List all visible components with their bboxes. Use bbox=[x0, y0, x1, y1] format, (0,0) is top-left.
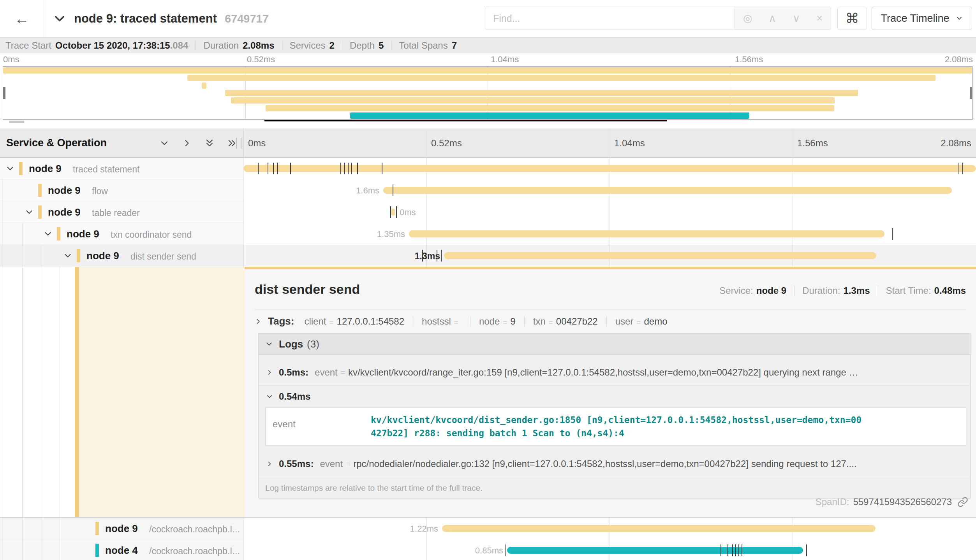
log-entry[interactable]: 0.55ms: event = rpc/nodedialer/nodediale… bbox=[259, 451, 970, 477]
span-duration-bar[interactable] bbox=[444, 252, 876, 259]
log-event-tick bbox=[277, 163, 278, 174]
minimap-canvas[interactable] bbox=[3, 66, 972, 120]
span-row-track[interactable] bbox=[243, 158, 976, 179]
back-button[interactable]: ← bbox=[0, 0, 44, 37]
span-detail-panel: dist sender send Service: node 9 Duratio… bbox=[245, 267, 976, 518]
detail-tree-guides bbox=[0, 267, 75, 518]
tag-key: hostssl bbox=[422, 316, 451, 327]
span-row--cockroach-roachpb-i-[interactable]: node 9/cockroach.roachpb.I...1.22ms bbox=[0, 518, 976, 539]
equals-sign: = bbox=[341, 368, 345, 377]
tag-key: client bbox=[304, 316, 326, 327]
log-event-tick bbox=[735, 544, 736, 556]
timeline-ruler-tick: 1.56ms bbox=[797, 138, 828, 149]
trace-summary-bar: Trace StartOctober 15 2020, 17:38:15.084… bbox=[0, 38, 976, 53]
next-match-icon[interactable]: ∨ bbox=[793, 12, 800, 25]
span-duration-bar[interactable] bbox=[442, 525, 876, 532]
span-row-label-cell[interactable]: node 9txn coordinator send bbox=[0, 223, 243, 245]
equals-sign: = bbox=[549, 318, 553, 327]
span-row-label-cell[interactable]: node 9dist sender send bbox=[0, 245, 243, 267]
log-event-tick bbox=[357, 163, 358, 174]
summary-divider bbox=[282, 41, 282, 50]
span-color-bar bbox=[38, 184, 42, 197]
locate-icon[interactable]: ◎ bbox=[743, 12, 752, 25]
span-row-track[interactable]: 0.85ms bbox=[243, 539, 976, 560]
tag-divider bbox=[606, 316, 607, 327]
log-entry[interactable]: 0.5ms: event = kv/kvclient/kvcoord/range… bbox=[259, 360, 970, 386]
span-row-track[interactable]: 1.3ms bbox=[243, 245, 976, 267]
clear-search-icon[interactable]: × bbox=[816, 12, 823, 25]
span-row-dist-sender-send[interactable]: node 9dist sender send1.3ms bbox=[0, 245, 976, 267]
log-event-tick bbox=[344, 163, 345, 174]
logs-header[interactable]: Logs (3) bbox=[259, 334, 970, 355]
span-row-track[interactable]: 0ms bbox=[243, 201, 976, 223]
span-row-track[interactable]: 1.22ms bbox=[243, 518, 976, 539]
span-duration-label: 1.22ms bbox=[410, 524, 438, 534]
timeline-ruler-tick: 0ms bbox=[248, 138, 266, 149]
chevron-down-icon[interactable] bbox=[5, 163, 15, 174]
equals-sign: = bbox=[503, 318, 507, 327]
log-event-tick bbox=[727, 544, 728, 556]
trace-title-chevron-down-icon[interactable] bbox=[53, 12, 66, 25]
service-name: node 9 bbox=[29, 163, 62, 175]
service-name: node 9 bbox=[48, 184, 81, 197]
detail-span-accent bbox=[75, 267, 79, 518]
keyboard-shortcuts-button[interactable]: ⌘ bbox=[837, 7, 867, 30]
page-title: node 9: traced statement bbox=[74, 12, 217, 26]
tags-accordion[interactable]: Tags: client=127.0.0.1:54582hostssl=node… bbox=[254, 315, 667, 327]
trace-view-selector[interactable]: Trace Timeline bbox=[872, 7, 972, 30]
service-name: node 9 bbox=[67, 228, 99, 240]
span-duration-bar[interactable] bbox=[243, 165, 976, 172]
span-duration-bar[interactable] bbox=[383, 187, 952, 194]
log-event-tick bbox=[290, 163, 291, 174]
span-duration-bar[interactable] bbox=[391, 209, 395, 216]
minimap-right-handle[interactable] bbox=[970, 87, 972, 99]
prev-match-icon[interactable]: ∧ bbox=[768, 12, 776, 25]
operation-name: traced statement bbox=[73, 164, 139, 175]
span-row-label-cell[interactable]: node 4/cockroach.roachpb.I... bbox=[0, 539, 243, 560]
log-timestamp: 0.5ms: bbox=[279, 367, 308, 378]
log-field-value: kv/kvclient/kvcoord/dist_sender.go:1850 … bbox=[371, 413, 861, 440]
span-row-label-cell[interactable]: node 9/cockroach.roachpb.I... bbox=[0, 518, 243, 539]
find-input[interactable] bbox=[485, 7, 735, 30]
span-row-track[interactable]: 1.35ms bbox=[243, 223, 976, 245]
span-row--cockroach-roachpb-i-[interactable]: node 4/cockroach.roachpb.I...0.85ms bbox=[0, 539, 976, 560]
detail-bottom-border bbox=[0, 517, 976, 518]
span-row-txn-coordinator-send[interactable]: node 9txn coordinator send1.35ms bbox=[0, 223, 976, 245]
equals-sign: = bbox=[329, 318, 333, 327]
chevron-down-icon[interactable] bbox=[24, 207, 34, 217]
log-entry-header[interactable]: 0.54ms bbox=[259, 386, 970, 407]
service-name: node 9 bbox=[105, 523, 138, 535]
span-row-track[interactable]: 1.6ms bbox=[243, 179, 976, 201]
span-color-bar bbox=[95, 544, 99, 557]
operation-name: /cockroach.roachpb.I... bbox=[149, 546, 240, 556]
top-bar: ← node 9: traced statement 6749717 ◎∧∨× … bbox=[0, 0, 976, 38]
chevron-down-icon[interactable] bbox=[63, 251, 73, 261]
minimap-left-handle[interactable] bbox=[3, 87, 5, 99]
span-row-flow[interactable]: node 9flow1.6ms bbox=[0, 179, 976, 201]
collapse-one-icon[interactable] bbox=[159, 138, 170, 149]
column-resize-handle[interactable] bbox=[236, 138, 241, 149]
minimap-scrollbar-chip[interactable] bbox=[9, 121, 24, 123]
minimap-scroll-indicator[interactable] bbox=[264, 120, 667, 121]
summary-label: Duration bbox=[203, 40, 239, 51]
operation-name: dist sender send bbox=[130, 251, 196, 262]
tag-item: user=demo bbox=[615, 316, 668, 327]
span-row-label-cell[interactable]: node 9traced statement bbox=[0, 158, 243, 179]
span-duration-bar[interactable] bbox=[409, 230, 884, 237]
chevron-down-icon[interactable] bbox=[43, 229, 53, 239]
tag-item: client=127.0.0.1:54582 bbox=[304, 316, 404, 327]
expand-one-icon[interactable] bbox=[181, 138, 192, 149]
link-icon[interactable] bbox=[957, 497, 968, 507]
span-id-value: 5597415943526560273 bbox=[853, 497, 952, 507]
span-row-table-reader[interactable]: node 9table reader0ms bbox=[0, 201, 976, 223]
log-event-tick bbox=[258, 163, 259, 174]
collapse-all-icon[interactable] bbox=[204, 138, 215, 149]
summary-value: 2.08ms bbox=[243, 40, 274, 51]
span-row-label-cell[interactable]: node 9table reader bbox=[0, 201, 243, 223]
arrow-left-icon: ← bbox=[14, 11, 29, 27]
span-duration-bar[interactable] bbox=[507, 547, 803, 554]
log-event-tick bbox=[738, 544, 739, 556]
detail-top-accent bbox=[245, 267, 976, 269]
span-row-label-cell[interactable]: node 9flow bbox=[0, 179, 243, 201]
span-row-traced-statement[interactable]: node 9traced statement bbox=[0, 158, 976, 179]
